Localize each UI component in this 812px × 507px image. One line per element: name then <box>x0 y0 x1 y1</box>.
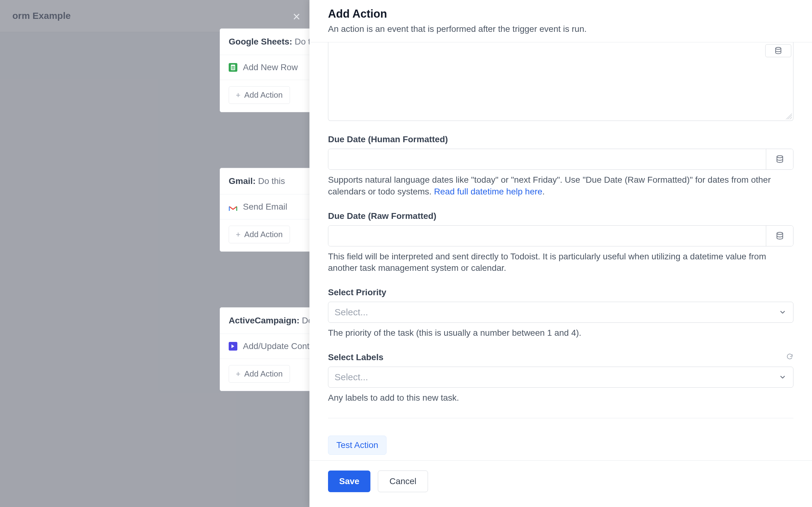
field-label: Due Date (Human Formatted) <box>328 134 794 145</box>
add-action-label: Add Action <box>244 369 283 379</box>
field-label: Due Date (Raw Formatted) <box>328 211 794 221</box>
card-action-label: Add New Row <box>243 62 298 72</box>
add-action-button[interactable]: + Add Action <box>229 86 290 104</box>
panel-title: Add Action <box>328 7 794 20</box>
panel-header: Add Action An action is an event that is… <box>309 0 812 42</box>
card-subtitle: Do t <box>295 37 310 46</box>
cancel-button[interactable]: Cancel <box>378 470 428 492</box>
svg-point-5 <box>775 47 781 50</box>
card-subtitle: Do this <box>258 176 285 186</box>
panel-footer: Save Cancel <box>309 460 812 507</box>
select-placeholder: Select... <box>328 367 772 387</box>
card-app-name: Google Sheets: <box>229 37 292 46</box>
database-icon <box>775 155 784 164</box>
insert-data-button[interactable] <box>765 44 791 57</box>
card-action-label: Send Email <box>243 202 287 212</box>
insert-data-button[interactable] <box>766 149 793 169</box>
datetime-help-link[interactable]: Read full datetime help here <box>434 187 542 196</box>
field-labels: Select Labels Select... Any labels to ad… <box>328 352 794 404</box>
refresh-icon[interactable] <box>786 353 794 362</box>
panel-body: Due Date (Human Formatted) Supports natu… <box>309 42 812 460</box>
card-action-label: Add/Update Conta <box>243 341 314 351</box>
test-action-button[interactable]: Test Action <box>328 436 387 455</box>
svg-point-7 <box>777 232 782 234</box>
gmail-icon <box>229 204 237 210</box>
sheets-icon <box>229 63 237 72</box>
field-help: The priority of the task (this is usuall… <box>328 327 794 339</box>
plus-icon: + <box>236 230 241 239</box>
labels-select[interactable]: Select... <box>328 367 794 388</box>
card-app-name: ActiveCampaign: <box>229 316 300 325</box>
resize-handle[interactable] <box>786 113 792 119</box>
field-due-date-human: Due Date (Human Formatted) Supports natu… <box>328 134 794 198</box>
plus-icon: + <box>236 90 241 100</box>
svg-point-6 <box>777 156 782 158</box>
field-help: This field will be interpreted and sent … <box>328 251 794 274</box>
field-label: Select Labels <box>328 352 384 362</box>
save-button[interactable]: Save <box>328 470 370 492</box>
card-app-name: Gmail: <box>229 176 256 186</box>
plus-icon: + <box>236 369 241 379</box>
svg-rect-3 <box>232 69 235 69</box>
database-icon <box>774 47 782 55</box>
insert-data-button[interactable] <box>766 226 793 246</box>
field-due-date-raw: Due Date (Raw Formatted) This field will… <box>328 211 794 274</box>
close-icon[interactable]: × <box>293 9 301 24</box>
add-action-label: Add Action <box>244 230 283 239</box>
add-action-button[interactable]: + Add Action <box>229 226 290 243</box>
add-action-label: Add Action <box>244 90 283 100</box>
database-icon <box>775 232 784 240</box>
svg-rect-2 <box>232 67 235 68</box>
test-section: Test Action <box>328 418 794 455</box>
chevron-down-icon <box>772 367 793 387</box>
select-placeholder: Select... <box>328 302 772 323</box>
field-help: Supports natural language dates like "to… <box>328 174 794 198</box>
activecampaign-icon <box>229 342 237 350</box>
svg-rect-1 <box>232 66 235 67</box>
due-human-input[interactable] <box>328 149 766 169</box>
add-action-button[interactable]: + Add Action <box>229 365 290 383</box>
field-priority: Select Priority Select... The priority o… <box>328 287 794 339</box>
field-label: Select Priority <box>328 287 794 297</box>
side-panel: Add Action An action is an event that is… <box>309 0 812 507</box>
chevron-down-icon <box>772 302 793 323</box>
panel-description: An action is an event that is performed … <box>328 24 794 34</box>
note-textarea-shell <box>328 42 794 121</box>
svg-rect-4 <box>229 205 237 212</box>
due-raw-input[interactable] <box>328 226 766 246</box>
field-help: Any labels to add to this new task. <box>328 392 794 404</box>
note-textarea[interactable] <box>328 42 793 121</box>
priority-select[interactable]: Select... <box>328 302 794 323</box>
